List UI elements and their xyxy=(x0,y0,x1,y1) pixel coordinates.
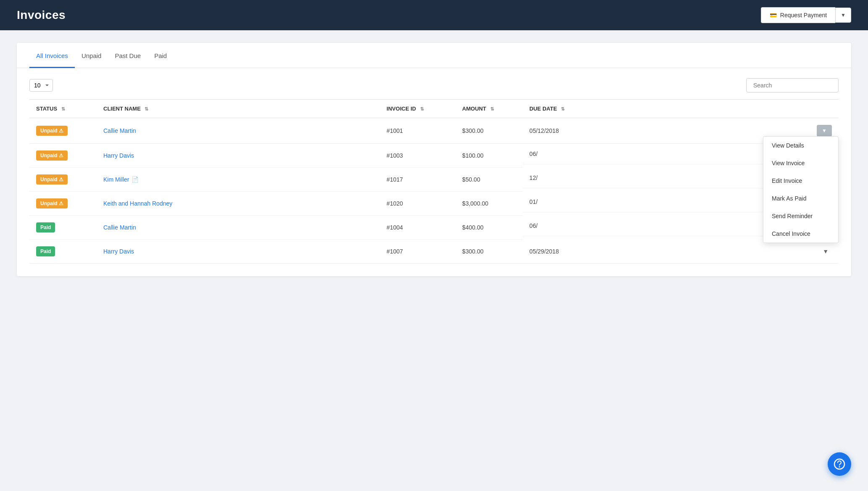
sort-icon-invoice: ⇅ xyxy=(420,106,424,112)
status-badge: Paid xyxy=(36,246,55,256)
cell-client: Callie Martin xyxy=(97,118,380,144)
due-date-value: 05/29/2018 xyxy=(529,248,559,255)
status-badge: Unpaid ⚠ xyxy=(36,150,68,161)
status-badge: Paid xyxy=(36,222,55,232)
due-date-value: 06/ xyxy=(529,222,537,229)
dropdown-view-details[interactable]: View Details xyxy=(763,137,838,154)
status-badge: Unpaid ⚠ xyxy=(36,126,68,136)
cell-invoice-id: #1020 xyxy=(380,192,455,216)
search-input[interactable] xyxy=(746,78,839,92)
row-action-dropdown: View Details View Invoice Edit Invoice M… xyxy=(763,136,839,243)
cell-client: Callie Martin xyxy=(97,216,380,240)
file-icon: 📄 xyxy=(132,176,139,183)
cell-client: Harry Davis xyxy=(97,240,380,264)
dropdown-send-reminder[interactable]: Send Reminder xyxy=(763,207,838,225)
cell-invoice-id: #1001 xyxy=(380,118,455,144)
status-badge: Unpaid ⚠ xyxy=(36,198,68,209)
cell-status: Paid xyxy=(29,216,97,240)
tab-bar: All Invoices Unpaid Past Due Paid xyxy=(17,43,851,68)
sort-icon-status: ⇅ xyxy=(61,106,65,112)
table-row: Paid Callie Martin #1004 $400.00 06/ xyxy=(29,216,839,240)
table-row: Unpaid ⚠ Harry Davis #1003 $100.00 06/ xyxy=(29,144,839,168)
cell-amount: $100.00 xyxy=(455,144,523,168)
cell-amount: $3,000.00 xyxy=(455,192,523,216)
request-payment-dropdown-button[interactable]: ▼ xyxy=(835,8,851,23)
col-header-invoice[interactable]: INVOICE ID ⇅ xyxy=(380,99,455,118)
card-icon: 💳 xyxy=(770,12,777,18)
table-row: Unpaid ⚠ Keith and Hannah Rodney #1020 $… xyxy=(29,192,839,216)
table-toolbar: 10 25 50 xyxy=(17,68,851,99)
cell-amount: $400.00 xyxy=(455,216,523,240)
header-actions: 💳 Request Payment ▼ xyxy=(761,7,851,23)
cell-status: Paid xyxy=(29,240,97,264)
col-header-status[interactable]: STATUS ⇅ xyxy=(29,99,97,118)
row-action-button[interactable]: ▼ xyxy=(817,125,832,137)
col-header-client[interactable]: CLIENT NAME ⇅ xyxy=(97,99,380,118)
main-content: All Invoices Unpaid Past Due Paid 10 25 … xyxy=(17,43,851,276)
sort-icon-client: ⇅ xyxy=(145,106,148,112)
table-header-row: STATUS ⇅ CLIENT NAME ⇅ INVOICE ID ⇅ AMOU… xyxy=(29,99,839,118)
client-name-link[interactable]: Callie Martin xyxy=(103,127,136,134)
sort-icon-amount: ⇅ xyxy=(490,106,494,112)
row-chevron-button[interactable]: ▼ xyxy=(819,246,832,256)
dropdown-cancel-invoice[interactable]: Cancel Invoice xyxy=(763,225,838,243)
status-badge: Unpaid ⚠ xyxy=(36,174,68,185)
tab-unpaid[interactable]: Unpaid xyxy=(75,43,108,68)
tab-all-invoices[interactable]: All Invoices xyxy=(29,43,75,68)
table-row: Unpaid ⚠ Kim Miller📄 #1017 $50.00 12/ xyxy=(29,168,839,192)
due-date-value: 05/12/2018 xyxy=(529,127,559,134)
dropdown-view-invoice[interactable]: View Invoice xyxy=(763,154,838,172)
tab-paid[interactable]: Paid xyxy=(147,43,174,68)
tab-past-due[interactable]: Past Due xyxy=(108,43,147,68)
cell-status: Unpaid ⚠ xyxy=(29,168,97,192)
sort-icon-due-date: ⇅ xyxy=(561,106,565,112)
cell-invoice-id: #1004 xyxy=(380,216,455,240)
table-row: Paid Harry Davis #1007 $300.00 05/29/201… xyxy=(29,240,839,264)
cell-due-date: 05/29/2018 ▼ xyxy=(523,240,839,264)
dropdown-mark-as-paid[interactable]: Mark As Paid xyxy=(763,190,838,207)
cell-status: Unpaid ⚠ xyxy=(29,144,97,168)
cell-status: Unpaid ⚠ xyxy=(29,118,97,144)
per-page-select[interactable]: 10 25 50 xyxy=(29,79,53,92)
client-name-link[interactable]: Harry Davis xyxy=(103,248,134,255)
cell-amount: $300.00 xyxy=(455,240,523,264)
cell-invoice-id: #1003 xyxy=(380,144,455,168)
cell-status: Unpaid ⚠ xyxy=(29,192,97,216)
cell-client: Harry Davis xyxy=(97,144,380,168)
due-date-value: 01/ xyxy=(529,198,537,205)
client-name-link[interactable]: Callie Martin xyxy=(103,224,136,231)
dropdown-edit-invoice[interactable]: Edit Invoice xyxy=(763,172,838,190)
due-date-value: 06/ xyxy=(529,150,537,157)
client-name-link[interactable]: Kim Miller xyxy=(103,176,129,183)
cell-client: Kim Miller📄 xyxy=(97,168,380,192)
invoices-table: STATUS ⇅ CLIENT NAME ⇅ INVOICE ID ⇅ AMOU… xyxy=(29,99,839,264)
cell-invoice-id: #1007 xyxy=(380,240,455,264)
request-payment-button[interactable]: 💳 Request Payment xyxy=(761,7,835,23)
table-row: Unpaid ⚠ Callie Martin #1001 $300.00 05/… xyxy=(29,118,839,144)
client-name-link[interactable]: Harry Davis xyxy=(103,152,134,159)
client-name-link[interactable]: Keith and Hannah Rodney xyxy=(103,200,172,207)
app-header: Invoices 💳 Request Payment ▼ xyxy=(0,0,868,30)
col-header-due-date[interactable]: DUE DATE ⇅ xyxy=(523,99,839,118)
cell-invoice-id: #1017 xyxy=(380,168,455,192)
page-title: Invoices xyxy=(17,8,66,22)
cell-client: Keith and Hannah Rodney xyxy=(97,192,380,216)
cell-amount: $300.00 xyxy=(455,118,523,144)
due-date-value: 12/ xyxy=(529,174,537,181)
col-header-amount[interactable]: AMOUNT ⇅ xyxy=(455,99,523,118)
table-wrap: STATUS ⇅ CLIENT NAME ⇅ INVOICE ID ⇅ AMOU… xyxy=(17,99,851,277)
cell-amount: $50.00 xyxy=(455,168,523,192)
